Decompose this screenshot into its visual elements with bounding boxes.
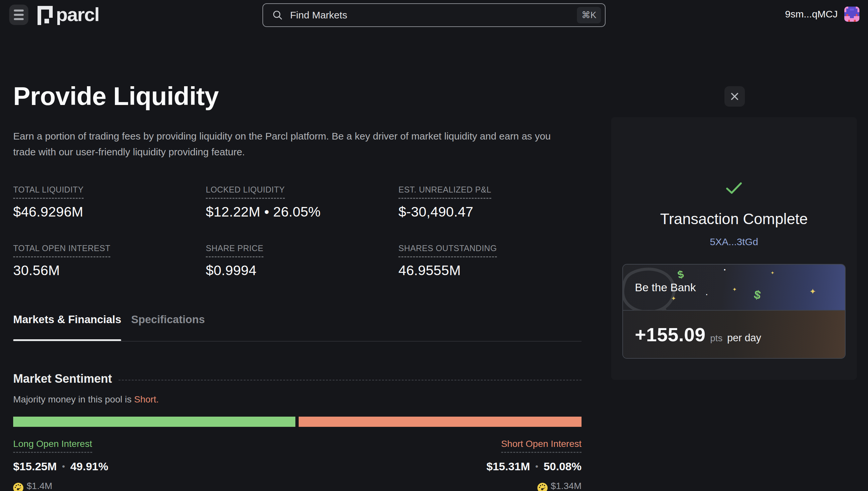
stat-total-open-interest: TOTAL OPEN INTEREST 30.56M — [13, 243, 206, 279]
transaction-hash-link[interactable]: 5XA...3tGd — [710, 236, 758, 248]
stat-label: EST. UNREALIZED P&L — [398, 185, 491, 199]
wallet-address: 9sm...qMCJ — [785, 8, 838, 20]
wallet-avatar — [844, 7, 860, 22]
stat-value: $46.9296M — [13, 204, 206, 220]
points-unit: pts — [710, 333, 723, 344]
stat-value: $12.22M • 26.05% — [206, 204, 398, 220]
section-divider — [118, 380, 582, 380]
pool-stats-grid: TOTAL LIQUIDITY $46.9296M LOCKED LIQUIDI… — [13, 185, 582, 279]
stat-label: TOTAL OPEN INTEREST — [13, 243, 110, 257]
tab-specifications[interactable]: Specifications — [131, 313, 205, 326]
dot-decoration: • — [706, 293, 707, 297]
points-suffix: per day — [727, 332, 761, 344]
page-description: Earn a portion of trading fees by provid… — [13, 128, 570, 160]
stat-value: $0.9994 — [206, 263, 398, 279]
short-open-interest-value: $15.31M • 50.08% — [486, 460, 582, 473]
long-boost: $1.4M — [13, 481, 52, 491]
short-boost: $1.34M — [537, 481, 582, 491]
promo-card-body: +155.09 pts per day — [623, 311, 845, 358]
hamburger-icon — [14, 9, 24, 11]
sentiment-bar-long — [13, 416, 296, 427]
menu-button[interactable] — [9, 5, 28, 25]
transaction-status-title: Transaction Complete — [660, 210, 808, 228]
open-interest-values: $15.25M • 49.91% $15.31M • 50.08% — [13, 460, 582, 473]
stat-label: TOTAL LIQUIDITY — [13, 185, 84, 199]
close-panel-button[interactable] — [724, 86, 745, 107]
sparkle-decoration: ✦ — [771, 270, 775, 275]
stat-value: $-30,490.47 — [398, 204, 582, 220]
sentiment-bar — [13, 416, 582, 427]
keyboard-shortcut-hint: ⌘K — [577, 7, 601, 23]
gauge-icon — [13, 483, 23, 491]
sparkle-decoration: ✦ — [671, 295, 676, 301]
long-open-interest-label: Long Open Interest — [13, 439, 92, 453]
sparkle-decoration: ✦ — [809, 288, 816, 295]
parcl-logo[interactable]: parcl — [37, 5, 99, 25]
stat-locked-liquidity: LOCKED LIQUIDITY $12.22M • 26.05% — [206, 185, 398, 220]
short-open-interest-label: Short Open Interest — [501, 439, 582, 453]
promo-card-title: Be the Bank — [635, 281, 696, 294]
short-boost-value: $1.34M — [551, 481, 582, 491]
main-content: Provide Liquidity Earn a portion of trad… — [13, 30, 582, 491]
dot-separator: • — [535, 461, 538, 471]
dot-decoration: • — [724, 267, 726, 272]
sparkle-decoration: ✦ — [732, 287, 737, 292]
sentiment-bar-short — [299, 416, 582, 427]
sentiment-summary: Majority money in this pool is Short. — [13, 394, 582, 405]
stat-shares-outstanding: SHARES OUTSTANDING 46.9555M — [398, 243, 582, 279]
logo-text: parcl — [56, 5, 99, 24]
promo-card-header: Be the Bank $ $ ✦ ✦ ✦ ✦ • • — [623, 265, 845, 311]
close-icon — [730, 92, 739, 101]
wallet-button[interactable]: 9sm...qMCJ — [785, 7, 860, 22]
long-boost-value: $1.4M — [27, 481, 52, 491]
stat-label: SHARE PRICE — [206, 243, 263, 257]
dollar-decoration: $ — [676, 268, 684, 280]
points-row: +155.09 pts per day — [635, 323, 761, 346]
stat-label: LOCKED LIQUIDITY — [206, 185, 285, 199]
check-icon — [725, 182, 743, 195]
search-icon — [272, 10, 283, 21]
page-title: Provide Liquidity — [13, 81, 582, 111]
be-the-bank-card[interactable]: Be the Bank $ $ ✦ ✦ ✦ ✦ • • +155.09 pts … — [622, 264, 846, 359]
stat-est-unrealized-pnl: EST. UNREALIZED P&L $-30,490.47 — [398, 185, 582, 220]
tab-markets-financials[interactable]: Markets & Financials — [13, 313, 121, 326]
detail-tabs: Markets & Financials Specifications — [13, 313, 582, 342]
sentiment-highlight: Short. — [134, 394, 159, 404]
parcl-logo-icon — [37, 6, 53, 25]
topbar: parcl ⌘K 9sm...qMCJ — [0, 0, 868, 30]
points-per-day-value: +155.09 — [635, 323, 706, 346]
transaction-panel: Transaction Complete 5XA...3tGd Be the B… — [611, 117, 857, 380]
long-open-interest-value: $15.25M • 49.91% — [13, 460, 108, 473]
stat-share-price: SHARE PRICE $0.9994 — [206, 243, 398, 279]
open-interest-labels: Long Open Interest Short Open Interest — [13, 439, 582, 453]
dollar-decoration: $ — [753, 288, 762, 301]
stat-value: 30.56M — [13, 263, 206, 279]
stat-label: SHARES OUTSTANDING — [398, 243, 497, 257]
stat-value: 46.9555M — [398, 263, 582, 279]
stat-total-liquidity: TOTAL LIQUIDITY $46.9296M — [13, 185, 206, 220]
open-interest-boosts: $1.4M $1.34M — [13, 481, 582, 491]
market-sentiment-title: Market Sentiment — [13, 372, 112, 386]
market-sentiment-header: Market Sentiment — [13, 372, 582, 386]
dot-separator: • — [62, 461, 65, 471]
market-search-bar[interactable]: ⌘K — [262, 3, 606, 27]
search-input[interactable] — [290, 9, 577, 21]
gauge-icon — [537, 483, 548, 491]
